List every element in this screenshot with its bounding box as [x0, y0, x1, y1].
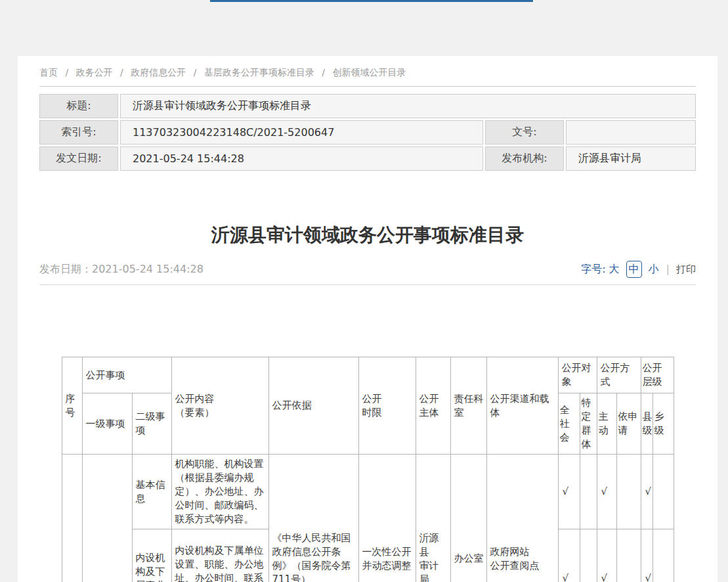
font-size-small-button[interactable]: 小: [649, 261, 659, 277]
header-level2: 二级事 项: [132, 393, 171, 455]
cell-content: 内设机构及下属单位设置、职能、办公地址、办公时间、联系方式、负责人姓名等信息。: [171, 529, 268, 582]
header-audience: 公开对 象: [558, 357, 597, 393]
meta-date-label: 发文日期:: [39, 146, 118, 171]
article-meta-row: 发布日期：2021-05-24 15:44:28 字号: 大 中 小 | 打印: [39, 261, 696, 278]
meta-row-title: 标题: 沂源县审计领域政务公开事项标准目录: [39, 94, 696, 118]
meta-row-index: 索引号: 11370323004223148C/2021-5200647 文号:: [39, 120, 696, 145]
meta-docnum-value: [566, 120, 696, 145]
breadcrumb-zhengwu[interactable]: 政务公开: [76, 66, 113, 79]
cell-flag-specific-group: [580, 529, 597, 582]
meta-index-value: 11370323004223148C/2021-5200647: [120, 120, 483, 145]
publish-date-value: 2021-05-24 15:44:28: [92, 263, 203, 275]
top-nav-accent-bar: [210, 0, 533, 2]
header-method: 公开方式: [597, 357, 641, 393]
cell-department: 办公室: [450, 455, 486, 582]
header-method-request: 依申 请: [616, 393, 641, 455]
header-basis: 公开依据: [268, 357, 358, 455]
cell-time-limit: 一次性公开 并动态调整: [358, 455, 416, 582]
cell-flag-all-society: √: [558, 455, 580, 529]
font-size-controls: 字号: 大 中 小 | 打印: [581, 261, 696, 278]
header-channel: 公开渠道和载 体: [486, 357, 558, 455]
meta-title-value: 沂源县审计领域政务公开事项标准目录: [120, 94, 696, 118]
cell-basis: 《中华人民共和国 政府信息公开条 例》（国务院令第 711号）: [268, 455, 358, 582]
cell-serial: [62, 455, 82, 582]
meta-row-date: 发文日期: 2021-05-24 15:44:28 发布机构: 沂源县审计局: [39, 146, 696, 171]
catalog-row-basic-info: 基本信息 机构职能、机构设置（根据县委编办规定）、办公地址、办公时间、邮政编码、…: [62, 455, 674, 529]
cell-flag-all-society: √: [558, 529, 580, 582]
header-level-county: 县 级: [641, 393, 653, 455]
breadcrumb-home[interactable]: 首页: [39, 66, 58, 79]
document-meta-table: 标题: 沂源县审计领域政务公开事项标准目录 索引号: 1137032300422…: [37, 92, 698, 173]
meta-agency-value: 沂源县审计局: [566, 146, 696, 171]
cell-channel: 政府网站 公开查阅点: [486, 455, 558, 582]
header-subject: 公开 主体: [416, 357, 450, 455]
breadcrumb-separator: /: [120, 66, 123, 79]
header-method-proactive: 主 动: [597, 393, 616, 455]
breadcrumb-standard-catalog[interactable]: 基层政务公开事项标准目录: [204, 66, 314, 79]
font-size-label: 字号:: [581, 261, 605, 277]
catalog-header-row-1: 序 号 公开事项 公开内容 （要素） 公开依据 公开 时限 公开 主体 责任科 …: [62, 357, 674, 393]
breadcrumb-separator: /: [322, 66, 325, 79]
breadcrumb-current[interactable]: 创新领域公开目录: [333, 66, 406, 79]
meta-index-label: 索引号:: [39, 120, 118, 145]
controls-separator: |: [666, 261, 670, 277]
header-level: 公开 层级: [641, 357, 674, 393]
cell-content: 机构职能、机构设置（根据县委编办规定）、办公地址、办公时间、邮政编码、联系方式等…: [171, 455, 268, 529]
header-content: 公开内容 （要素）: [171, 357, 268, 455]
header-matter: 公开事项: [82, 357, 171, 393]
header-serial: 序 号: [62, 357, 82, 455]
meta-agency-label: 发布机构:: [485, 146, 564, 171]
font-size-large-button[interactable]: 大: [609, 261, 620, 277]
cell-flag-township: [653, 455, 674, 529]
cell-flag-county: √: [641, 529, 653, 582]
cell-level2: 内设机构及下属事业单位: [132, 529, 171, 582]
page-title: 沂源县审计领域政务公开事项标准目录: [39, 224, 696, 246]
header-audience-specific: 特 定 群 体: [580, 393, 597, 455]
cell-level1: [82, 455, 132, 582]
header-level-township: 乡 级: [653, 393, 674, 455]
breadcrumb-gov-info[interactable]: 政府信息公开: [131, 66, 186, 79]
breadcrumb-divider: [39, 86, 696, 87]
publish-date: 发布日期：2021-05-24 15:44:28: [39, 261, 203, 277]
cell-flag-proactive: √: [597, 455, 616, 529]
breadcrumb-separator: /: [65, 66, 68, 79]
article-divider: [39, 284, 696, 285]
content-card: 首页 / 政务公开 / 政府信息公开 / 基层政务公开事项标准目录 / 创新领域…: [18, 56, 717, 582]
meta-date-value: 2021-05-24 15:44:28: [120, 146, 483, 171]
print-button[interactable]: 打印: [676, 261, 696, 277]
header-level1: 一级事项: [82, 393, 132, 455]
header-audience-all: 全社 会: [558, 393, 580, 455]
meta-title-label: 标题:: [39, 94, 118, 118]
publish-date-label: 发布日期：: [39, 263, 92, 275]
catalog-table: 序 号 公开事项 公开内容 （要素） 公开依据 公开 时限 公开 主体 责任科 …: [62, 357, 674, 582]
header-department: 责任科 室: [450, 357, 486, 455]
cell-flag-county: √: [641, 455, 653, 529]
cell-level2: 基本信息: [132, 455, 171, 529]
cell-flag-specific-group: [580, 455, 597, 529]
cell-subject: 沂源县 审计局: [416, 455, 450, 582]
cell-flag-on-request: [616, 455, 641, 529]
font-size-medium-button[interactable]: 中: [626, 261, 642, 278]
breadcrumb: 首页 / 政务公开 / 政府信息公开 / 基层政务公开事项标准目录 / 创新领域…: [39, 56, 696, 79]
header-time-limit: 公开 时限: [358, 357, 416, 455]
cell-flag-on-request: [616, 529, 641, 582]
cell-flag-township: [653, 529, 674, 582]
breadcrumb-separator: /: [194, 66, 197, 79]
cell-flag-proactive: √: [597, 529, 616, 582]
meta-docnum-label: 文号:: [485, 120, 564, 145]
